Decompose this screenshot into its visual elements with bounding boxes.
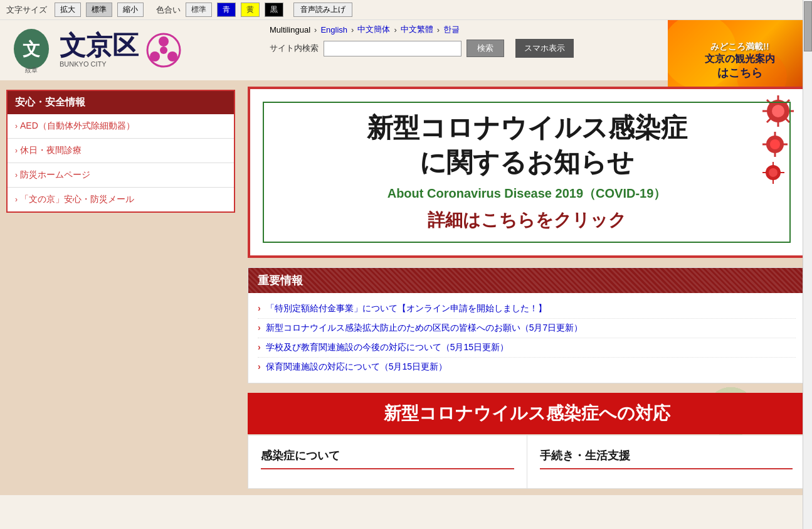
btn-color-standard[interactable]: 標準 bbox=[186, 3, 212, 17]
top-bar: 文字サイズ 拡大 標準 縮小 色合い 標準 青 黄 黒 音声読み上げ bbox=[0, 0, 812, 20]
svg-point-6 bbox=[167, 51, 177, 61]
scrollbar-thumb[interactable] bbox=[804, 1, 812, 51]
lang-chinese-simplified-link[interactable]: 中文簡体 bbox=[357, 24, 390, 35]
svg-text:文: 文 bbox=[23, 40, 40, 59]
important-section: 重要情報 › 「特別定額給付金事業」について【オンライン申請を開始しました！】 … bbox=[248, 267, 806, 383]
corona-title-ja-line2: に関するお知らせ bbox=[277, 147, 777, 178]
tourism-sub-text: はこちら bbox=[705, 65, 775, 80]
sidebar: 安心・安全情報 › AED（自動体外式除細動器） › 休日・夜間診療 › 防災ホ… bbox=[0, 80, 241, 495]
logo-text: 文京区 BUNKYO CITY bbox=[60, 33, 139, 68]
svg-point-4 bbox=[159, 36, 169, 46]
important-link-2[interactable]: 学校及び教育関連施設の今後の対応について（5月15日更新） bbox=[266, 342, 509, 353]
logo-kanji: 文京区 bbox=[60, 33, 139, 59]
symbol-mark-icon: シンボルマーク bbox=[145, 31, 182, 69]
lang-chinese-traditional-link[interactable]: 中文繁體 bbox=[401, 24, 433, 35]
important-arrow-2: › bbox=[258, 342, 261, 352]
important-arrow-3: › bbox=[258, 361, 261, 371]
btn-color-blue[interactable]: 青 bbox=[217, 3, 236, 17]
important-list: › 「特別定額給付金事業」について【オンライン申請を開始しました！】 › 新型コ… bbox=[248, 293, 805, 383]
important-link-0[interactable]: 「特別定額給付金事業」について【オンライン申請を開始しました！】 bbox=[266, 303, 547, 314]
important-item-0[interactable]: › 「特別定額給付金事業」について【オンライン申請を開始しました！】 bbox=[258, 299, 796, 319]
svg-text:紋章: 紋章 bbox=[25, 67, 38, 73]
sidebar-item-disaster-label: 防災ホームページ bbox=[20, 169, 90, 181]
logo-sub: BUNKYO CITY bbox=[60, 60, 139, 68]
corona-banner-inner: 新型コロナウイルス感染症 に関するお知らせ About Coronavirus … bbox=[263, 102, 791, 243]
svg-point-5 bbox=[150, 51, 160, 61]
corona-title-ja-line1: 新型コロナウイルス感染症 bbox=[277, 112, 777, 144]
btn-shrink[interactable]: 縮小 bbox=[117, 3, 144, 17]
search-input[interactable] bbox=[324, 41, 461, 56]
sep2: › bbox=[351, 25, 354, 35]
sidebar-safety-section: 安心・安全情報 › AED（自動体外式除細動器） › 休日・夜間診療 › 防災ホ… bbox=[6, 90, 235, 213]
lang-english-link[interactable]: English bbox=[320, 25, 347, 35]
important-link-3[interactable]: 保育関連施設の対応について（5月15日更新） bbox=[266, 361, 447, 373]
search-button[interactable]: 検索 bbox=[467, 40, 504, 57]
tourism-main-text: 文京の観光案内 bbox=[705, 53, 775, 66]
btn-color-yellow[interactable]: 黄 bbox=[241, 3, 260, 17]
bottom-col-infection: 感染症について bbox=[248, 435, 527, 488]
sidebar-item-disaster[interactable]: › 防災ホームページ bbox=[8, 163, 234, 188]
sidebar-item-mail[interactable]: › 「文の京」安心・防災メール bbox=[8, 188, 234, 211]
bottom-col-infection-title: 感染症について bbox=[261, 448, 514, 469]
lang-korean-link[interactable]: 한글 bbox=[443, 24, 460, 35]
page-wrapper: 安心・安全情報 › AED（自動体外式除細動器） › 休日・夜間診療 › 防災ホ… bbox=[0, 80, 812, 495]
important-item-2[interactable]: › 学校及び教育関連施設の今後の対応について（5月15日更新） bbox=[258, 338, 796, 358]
bottom-col-support: 手続き・生活支援 bbox=[527, 435, 806, 488]
btn-enlarge[interactable]: 拡大 bbox=[55, 3, 81, 17]
smartphone-button[interactable]: スマホ表示 bbox=[515, 39, 574, 58]
svg-point-7 bbox=[160, 46, 167, 54]
sidebar-arrow-3: › bbox=[15, 171, 18, 179]
corona-banner[interactable]: 新型コロナウイルス感染症 に関するお知らせ About Coronavirus … bbox=[248, 87, 806, 258]
btn-color-black[interactable]: 黒 bbox=[265, 3, 283, 17]
btn-voice-read[interactable]: 音声読み上げ bbox=[293, 3, 352, 17]
important-link-1[interactable]: 新型コロナウイルス感染拡大防止のための区民の皆様へのお願い（5月7日更新） bbox=[266, 323, 583, 334]
sidebar-item-aed-label: AED（自動体外式除細動器） bbox=[20, 120, 135, 132]
bottom-col-support-title: 手続き・生活支援 bbox=[540, 448, 793, 469]
important-arrow-1: › bbox=[258, 323, 261, 333]
corona-title-en: About Coronavirus Disease 2019（COVID-19） bbox=[277, 185, 777, 202]
corona-response-banner[interactable]: 新型コロナウイルス感染症への対応 bbox=[248, 393, 806, 434]
scrollbar[interactable] bbox=[803, 0, 812, 495]
sidebar-arrow-1: › bbox=[15, 122, 18, 131]
emblem-icon: 文 紋章 bbox=[9, 25, 53, 75]
main-content: 新型コロナウイルス感染症 に関するお知らせ About Coronavirus … bbox=[241, 80, 812, 495]
logo-area: 文 紋章 文京区 BUNKYO CITY シンボルマーク bbox=[0, 20, 263, 80]
important-section-title: 重要情報 bbox=[248, 268, 805, 293]
color-label: 色合い bbox=[156, 4, 181, 16]
sidebar-item-holiday-label: 休日・夜間診療 bbox=[20, 145, 82, 156]
search-label: サイト内検索 bbox=[270, 43, 319, 54]
header: 文 紋章 文京区 BUNKYO CITY シンボルマーク Multilingua… bbox=[0, 20, 812, 80]
sep1: › bbox=[314, 25, 317, 35]
sep4: › bbox=[437, 25, 440, 35]
important-arrow-0: › bbox=[258, 303, 261, 313]
sep3: › bbox=[394, 25, 396, 35]
sidebar-section-title: 安心・安全情報 bbox=[8, 91, 234, 114]
bottom-section: 感染症について 手続き・生活支援 bbox=[248, 435, 806, 489]
font-size-label: 文字サイズ bbox=[6, 4, 47, 16]
btn-standard-size[interactable]: 標準 bbox=[86, 3, 112, 17]
important-item-1[interactable]: › 新型コロナウイルス感染拡大防止のための区民の皆様へのお願い（5月7日更新） bbox=[258, 319, 796, 338]
tourism-top-text: みどころ満載!! bbox=[705, 41, 775, 53]
sidebar-item-aed[interactable]: › AED（自動体外式除細動器） bbox=[8, 114, 234, 139]
logo-bunkyo-city: BUNKYO CITY bbox=[60, 60, 107, 68]
sidebar-item-holiday[interactable]: › 休日・夜間診療 bbox=[8, 139, 234, 163]
sidebar-item-mail-label: 「文の京」安心・防災メール bbox=[20, 194, 134, 205]
multilingual-label: Multilingual bbox=[270, 25, 310, 35]
corona-click-text: 詳細はこちらをクリック bbox=[277, 208, 777, 232]
sidebar-arrow-2: › bbox=[15, 146, 18, 155]
sidebar-arrow-4: › bbox=[15, 195, 18, 204]
important-item-3[interactable]: › 保育関連施設の対応について（5月15日更新） bbox=[258, 358, 796, 377]
